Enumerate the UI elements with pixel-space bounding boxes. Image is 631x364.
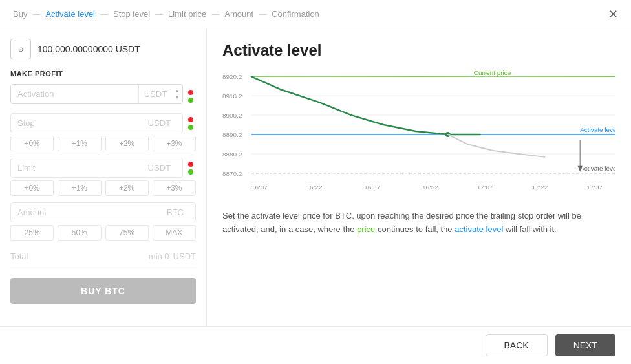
stop-dot-green [188,125,193,130]
limit-value: USDT [148,163,171,173]
svg-text:8880.2: 8880.2 [222,151,242,158]
total-row: Total min 0 USDT [10,247,196,266]
stop-percent-buttons: +0% +1% +2% +3% [10,136,196,151]
main-content: ⊙ 100,000.00000000 USDT MAKE PROFIT USDT… [0,28,631,326]
amount-label: Amount [17,208,69,217]
limit-1pct[interactable]: +1% [58,180,101,196]
stop-2pct[interactable]: +2% [105,136,149,151]
activation-input-row: USDT ▲▼ [10,84,183,104]
stop-label: Stop [17,118,69,128]
amount-75pct[interactable]: 75% [105,225,149,241]
limit-label: Limit [17,163,69,173]
total-label: Total [10,252,62,261]
stop-value: USDT [148,118,171,128]
stop-3pct[interactable]: +3% [153,136,196,151]
svg-text:16:07: 16:07 [251,184,268,191]
chart-svg: 8920.2 8910.2 8900.2 8890.2 8880.2 8870.… [222,70,615,199]
right-panel: Activate level 8920.2 8910.2 8900.2 8890… [207,28,631,326]
sep-5: — [259,10,266,19]
svg-text:8920.2: 8920.2 [222,73,242,80]
activation-currency: USDT [138,85,172,103]
step-activate-level: Activate level [45,9,95,19]
left-panel: ⊙ 100,000.00000000 USDT MAKE PROFIT USDT… [0,28,207,326]
svg-text:8910.2: 8910.2 [222,92,242,100]
total-value: min 0 [149,252,169,261]
amount-row: Amount BTC [10,202,196,222]
svg-text:16:52: 16:52 [422,184,438,191]
svg-text:Activate level: Activate level [580,165,615,172]
svg-text:8900.2: 8900.2 [222,112,242,119]
description-text: Set the activate level price for BTC, up… [222,209,615,313]
balance-row: ⊙ 100,000.00000000 USDT [10,39,196,59]
limit-dot-green [188,169,193,175]
amount-currency: BTC [167,208,184,217]
limit-0pct[interactable]: +0% [10,180,54,196]
step-amount: Amount [224,9,253,19]
svg-text:17:37: 17:37 [586,184,603,191]
stop-0pct[interactable]: +0% [10,136,54,151]
step-buy: Buy [13,9,27,19]
sep-2: — [100,10,108,19]
sep-1: — [32,10,40,19]
activation-input[interactable] [11,85,138,103]
bottom-bar: BACK NEXT [0,326,631,364]
amount-25pct[interactable]: 25% [10,225,54,241]
close-button[interactable]: ✕ [608,7,618,21]
sep-4: — [211,10,219,19]
amount-50pct[interactable]: 50% [58,225,101,241]
balance-value: 100,000.00000000 USDT [37,44,140,54]
panel-title: Activate level [222,41,615,59]
wizard-nav: Buy — Activate level — Stop level — Limi… [0,0,631,28]
sep-3: — [155,10,163,19]
limit-3pct[interactable]: +3% [153,180,196,196]
limit-percent-buttons: +0% +1% +2% +3% [10,180,196,196]
chart-container: 8920.2 8910.2 8900.2 8890.2 8880.2 8870.… [222,70,615,199]
step-confirmation: Confirmation [272,9,319,19]
desc-end: will fall with it. [503,224,556,234]
desc-middle: continues to fall, the [375,224,455,234]
svg-text:17:07: 17:07 [477,184,493,191]
buy-button[interactable]: BUY BTC [10,278,196,304]
stop-1pct[interactable]: +1% [58,136,101,151]
svg-text:8890.2: 8890.2 [222,131,242,138]
desc-green: price [357,224,375,234]
amount-percent-buttons: 25% 50% 75% MAX [10,225,196,241]
activation-dot-red [188,90,193,95]
amount-max[interactable]: MAX [153,225,196,241]
next-button[interactable]: NEXT [555,334,615,356]
svg-text:16:37: 16:37 [364,184,380,191]
activation-arrows[interactable]: ▲▼ [172,87,182,102]
step-stop-level: Stop level [113,9,150,19]
svg-text:16:22: 16:22 [306,184,323,191]
activation-dot-green [188,98,193,103]
stop-dot-red [188,117,193,122]
svg-text:Activate level: Activate level [580,126,615,133]
svg-text:8870.2: 8870.2 [222,170,242,177]
balance-icon: ⊙ [10,39,31,59]
svg-text:Current price: Current price [474,70,511,76]
limit-dot-red [188,162,193,167]
stop-row: Stop USDT [10,113,183,133]
desc-blue: activate level [455,224,503,234]
svg-text:17:22: 17:22 [531,184,548,191]
step-limit-price: Limit price [168,9,206,19]
section-label: MAKE PROFIT [10,70,196,78]
total-currency: USDT [173,252,196,261]
limit-row: Limit USDT [10,158,183,178]
back-button[interactable]: BACK [486,334,548,356]
limit-2pct[interactable]: +2% [105,180,149,196]
